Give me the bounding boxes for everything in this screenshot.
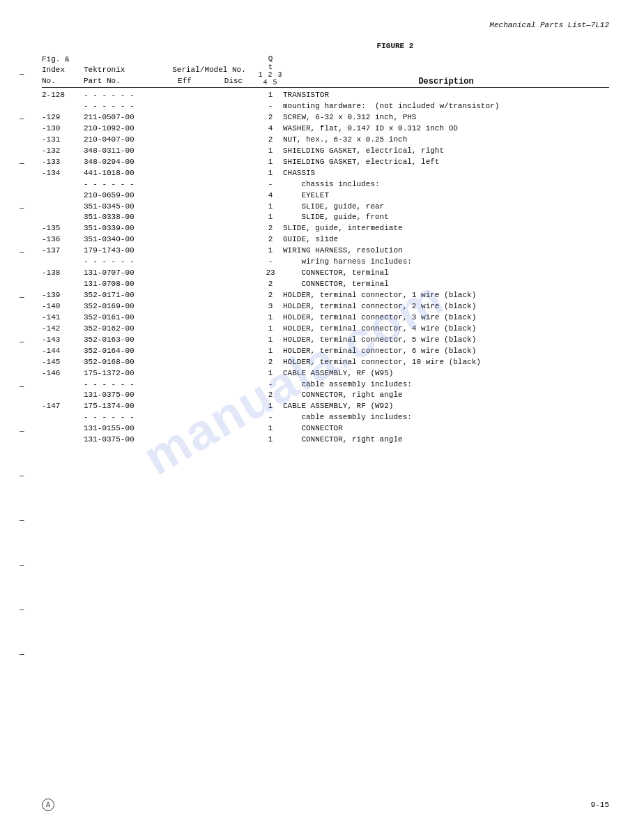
cell-disc <box>209 379 258 391</box>
cell-tek: 352-0163-00 <box>84 335 160 346</box>
cell-disc <box>209 301 258 312</box>
cell-eff <box>160 379 209 391</box>
cell-tek: 352-0164-00 <box>84 346 160 357</box>
cell-eff <box>160 346 209 357</box>
col-header-serial: Serial/Model No. Eff Disc <box>160 65 258 86</box>
cell-desc: SLIDE, guide, intermediate <box>283 223 609 234</box>
cell-desc: mounting hardware: (not included w/trans… <box>283 101 609 112</box>
cell-tek: 348-0311-00 <box>84 146 160 157</box>
table-row: -129211-0507-002SCREW, 6-32 x 0.312 inch… <box>42 112 609 123</box>
table-row: - - - - - --mounting hardware: (not incl… <box>42 101 609 112</box>
page-header: Mechanical Parts List—7L12 <box>42 21 609 29</box>
cell-qty: - <box>258 412 283 423</box>
cell-qty: - <box>258 179 283 190</box>
cell-disc <box>209 212 258 223</box>
table-row: -140352-0169-003HOLDER, terminal connect… <box>42 301 609 312</box>
cell-qty: 1 <box>258 90 283 101</box>
header-title: Mechanical Parts List—7L12 <box>489 21 609 29</box>
cell-qty: 1 <box>258 434 283 446</box>
cell-fig: -134 <box>42 168 84 179</box>
cell-desc: chassis includes: <box>283 179 609 190</box>
cell-eff <box>160 135 209 146</box>
cell-qty: 1 <box>258 423 283 434</box>
cell-desc: WIRING HARNESS, resolution <box>283 245 609 257</box>
table-row: 131-0708-002 CONNECTOR, terminal <box>42 279 609 290</box>
cell-desc: CABLE ASSEMBLY, RF (W95) <box>283 368 609 379</box>
cell-disc <box>209 390 258 401</box>
cell-tek: 348-0294-00 <box>84 157 160 168</box>
col-fig-line2: Index <box>42 65 84 75</box>
col-header-fig: Fig. & Index No. <box>42 54 84 86</box>
cell-qty: - <box>258 101 283 112</box>
cell-desc: CHASSIS <box>283 168 609 179</box>
table-row: -143352-0163-001HOLDER, terminal connect… <box>42 335 609 346</box>
cell-qty: 1 <box>258 212 283 223</box>
cell-qty: 2 <box>258 234 283 245</box>
table-row: -132348-0311-001SHIELDING GASKET, electr… <box>42 146 609 157</box>
cell-desc: HOLDER, terminal connector, 5 wire (blac… <box>283 335 609 346</box>
cell-disc <box>209 202 258 213</box>
cell-disc <box>209 335 258 346</box>
cell-tek: - - - - - - <box>84 257 160 268</box>
cell-qty: 3 <box>258 301 283 312</box>
cell-qty: 1 <box>258 168 283 179</box>
table-row: 210-0659-004 EYELET <box>42 190 609 202</box>
cell-fig <box>42 257 84 268</box>
col-header-tek: Tektronix Part No. <box>84 65 160 86</box>
cell-disc <box>209 101 258 112</box>
cell-fig: -142 <box>42 324 84 335</box>
cell-disc <box>209 135 258 146</box>
cell-tek: 351-0340-00 <box>84 234 160 245</box>
cell-qty: 4 <box>258 190 283 202</box>
cell-disc <box>209 245 258 257</box>
col-header-qty: Q t 1 2 3 4 5 <box>258 54 283 86</box>
cell-eff <box>160 146 209 157</box>
cell-eff <box>160 357 209 368</box>
cell-fig: -144 <box>42 346 84 357</box>
cell-desc: NUT, hex., 6-32 x 0.25 inch <box>283 135 609 146</box>
cell-fig: -141 <box>42 312 84 324</box>
cell-tek: 131-0155-00 <box>84 423 160 434</box>
cell-qty: 1 <box>258 401 283 412</box>
col-tek-line2: Part No. <box>84 76 160 86</box>
cell-qty: 1 <box>258 157 283 168</box>
cell-eff <box>160 223 209 234</box>
cell-desc: SCREW, 6-32 x 0.312 inch, PHS <box>283 112 609 123</box>
cell-fig: -133 <box>42 157 84 168</box>
cell-desc: HOLDER, terminal connector, 10 wire (bla… <box>283 357 609 368</box>
column-headers: Fig. & Index No. Tektronix Part No. Seri… <box>42 54 609 86</box>
cell-desc: HOLDER, terminal connector, 3 wire (blac… <box>283 312 609 324</box>
col-fig-line1: Fig. & <box>42 54 84 65</box>
cell-fig <box>42 202 84 213</box>
cell-fig <box>42 379 84 391</box>
cell-qty: 1 <box>258 312 283 324</box>
cell-tek: - - - - - - <box>84 179 160 190</box>
cell-disc <box>209 257 258 268</box>
cell-tek: 352-0171-00 <box>84 290 160 301</box>
cell-fig <box>42 423 84 434</box>
cell-eff <box>160 290 209 301</box>
cell-desc: SLIDE, guide, rear <box>283 202 609 213</box>
cell-desc: CONNECTOR, right angle <box>283 390 609 401</box>
cell-eff <box>160 168 209 179</box>
cell-tek: 211-0507-00 <box>84 112 160 123</box>
cell-tek: - - - - - - <box>84 101 160 112</box>
cell-tek: 210-1092-00 <box>84 123 160 135</box>
cell-eff <box>160 423 209 434</box>
cell-fig: -137 <box>42 245 84 257</box>
table-row: 351-0338-001 SLIDE, guide, front <box>42 212 609 223</box>
cell-tek: 352-0161-00 <box>84 312 160 324</box>
cell-tek: 351-0338-00 <box>84 212 160 223</box>
cell-eff <box>160 190 209 202</box>
cell-tek: - - - - - - <box>84 412 160 423</box>
cell-disc <box>209 190 258 202</box>
col-tek-line1: Tektronix <box>84 65 160 75</box>
cell-disc <box>209 412 258 423</box>
table-row: -147175-1374-001CABLE ASSEMBLY, RF (W92) <box>42 401 609 412</box>
col-eff-label: Eff <box>160 76 209 86</box>
cell-eff <box>160 390 209 401</box>
cell-desc: TRANSISTOR <box>283 90 609 101</box>
cell-fig <box>42 190 84 202</box>
cell-fig: -143 <box>42 335 84 346</box>
cell-disc <box>209 368 258 379</box>
